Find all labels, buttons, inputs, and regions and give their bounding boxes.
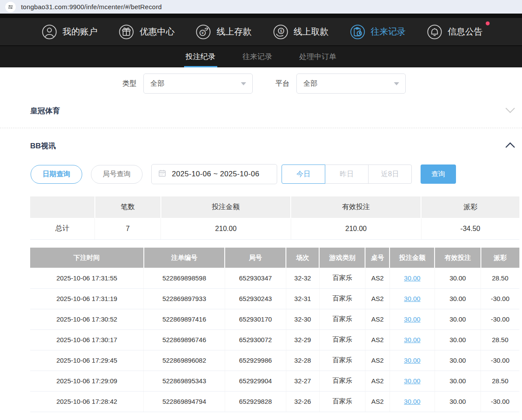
table-cell: 522869895343 bbox=[144, 371, 225, 391]
table-cell: 652930072 bbox=[225, 329, 286, 350]
tab-label: 投注纪录 bbox=[186, 52, 216, 62]
type-select-value: 全部 bbox=[150, 79, 164, 88]
table-row: 2025-10-06 17:31:55522869898598652930347… bbox=[30, 268, 519, 288]
date-range-input[interactable]: 2025-10-06 ~ 2025-10-06 bbox=[151, 164, 277, 184]
nav-item-withdraw[interactable]: $ 线上取款 bbox=[273, 24, 329, 40]
table-cell: 30.00 bbox=[435, 350, 480, 371]
table-cell: 32-30 bbox=[286, 309, 319, 329]
records-icon bbox=[350, 24, 365, 40]
summary-count-value: 7 bbox=[95, 218, 161, 239]
bet-amount-link[interactable]: 30.00 bbox=[404, 295, 421, 302]
filter-row: 类型 全部 平台 全部 bbox=[122, 74, 522, 94]
nav-item-announcements[interactable]: 信息公告 bbox=[427, 24, 483, 40]
column-header: 游戏类别 bbox=[319, 248, 365, 268]
bb-section-title: BB视讯 bbox=[30, 141, 56, 151]
table-cell: -30.00 bbox=[481, 309, 519, 329]
table-row: 2025-10-06 17:28:42522869894794652929828… bbox=[30, 391, 519, 412]
table-cell: 百家乐 bbox=[319, 371, 365, 391]
search-button[interactable]: 查询 bbox=[421, 164, 456, 184]
summary-valid-bet-value: 210.00 bbox=[291, 218, 421, 239]
today-button[interactable]: 今日 bbox=[282, 164, 325, 184]
summary-total-row: 总计 7 210.00 210.00 -34.50 bbox=[30, 218, 519, 239]
table-cell: 522869896082 bbox=[144, 350, 225, 371]
query-controls: 日期查询 局号查询 2025-10-06 ~ 2025-10-06 今日 昨日 … bbox=[31, 164, 522, 184]
header-top-strip bbox=[0, 14, 522, 18]
bet-amount-link[interactable]: 30.00 bbox=[404, 357, 421, 364]
yesterday-button[interactable]: 昨日 bbox=[325, 164, 369, 184]
table-row: 2025-10-06 17:29:45522869896082652929986… bbox=[30, 350, 519, 371]
bet-amount-link[interactable]: 30.00 bbox=[404, 377, 421, 385]
url-text[interactable]: tongbao31.com:9900/infe/mcenter/#/betRec… bbox=[21, 3, 162, 10]
summary-header-valid-bet: 有效投注 bbox=[291, 196, 421, 218]
table-cell: 522869897933 bbox=[144, 288, 225, 309]
chevron-down-icon bbox=[241, 82, 246, 85]
summary-total-label: 总计 bbox=[30, 218, 95, 239]
table-cell: AS2 bbox=[365, 329, 390, 350]
table-cell: AS2 bbox=[365, 350, 390, 371]
bet-amount-link[interactable]: 30.00 bbox=[404, 398, 421, 405]
table-cell: 522869897416 bbox=[144, 309, 225, 329]
svg-text:$: $ bbox=[280, 28, 282, 33]
column-header: 注单编号 bbox=[144, 248, 225, 268]
table-cell: 30.00 bbox=[435, 391, 480, 412]
tab-bet-record[interactable]: 投注纪录 bbox=[185, 46, 216, 67]
bet-records-table: 下注时间注单编号局号场次游戏类别桌号投注金额有效投注派彩 2025-10-06 … bbox=[30, 248, 519, 412]
deposit-icon: ¥ bbox=[195, 24, 211, 40]
chevron-down-icon[interactable] bbox=[505, 106, 516, 116]
date-query-button[interactable]: 日期查询 bbox=[31, 165, 82, 184]
type-select[interactable]: 全部 bbox=[143, 74, 253, 94]
tab-label: 往来记录 bbox=[243, 52, 272, 62]
nav-item-label: 我的账户 bbox=[63, 26, 97, 38]
svg-text:¥: ¥ bbox=[201, 30, 204, 35]
table-cell: 32-26 bbox=[286, 391, 319, 412]
bet-table-body: 2025-10-06 17:31:55522869898598652930347… bbox=[30, 268, 519, 412]
nav-item-my-account[interactable]: 我的账户 bbox=[42, 24, 97, 40]
crown-section-title: 皇冠体育 bbox=[30, 106, 60, 116]
summary-header-count: 笔数 bbox=[95, 196, 161, 218]
table-row: 2025-10-06 17:30:17522869896746652930072… bbox=[30, 329, 519, 350]
notice-icon bbox=[427, 24, 442, 40]
table-cell: 652929904 bbox=[225, 371, 286, 391]
summary-table: 笔数 投注金额 有效投注 派彩 总计 7 210.00 210.00 -34.5… bbox=[30, 196, 519, 240]
bet-amount-cell: 30.00 bbox=[390, 268, 435, 288]
last-8-days-button[interactable]: 近8日 bbox=[368, 164, 412, 184]
button-label: 日期查询 bbox=[42, 170, 70, 179]
nav-item-records[interactable]: 往来记录 bbox=[350, 24, 406, 40]
table-cell: 32-28 bbox=[286, 350, 319, 371]
table-cell: 2025-10-06 17:29:45 bbox=[30, 350, 144, 371]
section-bb-video-header: BB视讯 bbox=[30, 141, 516, 151]
table-cell: 32-29 bbox=[286, 329, 319, 350]
tab-transaction-record[interactable]: 往来记录 bbox=[242, 46, 273, 67]
calendar-icon bbox=[158, 169, 167, 179]
column-header: 下注时间 bbox=[30, 248, 144, 268]
table-cell: 652929986 bbox=[225, 350, 286, 371]
bet-amount-cell: 30.00 bbox=[390, 288, 435, 309]
site-settings-icon[interactable] bbox=[5, 2, 16, 12]
table-cell: 522869896746 bbox=[144, 329, 225, 350]
tab-pending-orders[interactable]: 处理中订单 bbox=[299, 46, 338, 67]
nav-item-promotions[interactable]: 优惠中心 bbox=[118, 24, 174, 40]
table-row: 2025-10-06 17:30:52522869897416652930170… bbox=[30, 309, 519, 329]
table-cell: 2025-10-06 17:31:19 bbox=[30, 288, 144, 309]
table-cell: 522869894794 bbox=[144, 391, 225, 412]
table-cell: 652930170 bbox=[225, 309, 286, 329]
bet-amount-link[interactable]: 30.00 bbox=[404, 274, 421, 282]
nav-item-deposit[interactable]: ¥ 线上存款 bbox=[195, 24, 251, 40]
bet-amount-link[interactable]: 30.00 bbox=[404, 336, 421, 343]
top-nav: 我的账户 优惠中心 ¥ 线上存款 bbox=[0, 18, 522, 46]
table-cell: 百家乐 bbox=[319, 350, 365, 371]
button-label: 局号查询 bbox=[103, 170, 131, 179]
table-cell: AS2 bbox=[365, 391, 390, 412]
nav-item-label: 优惠中心 bbox=[139, 26, 174, 38]
summary-header-payout: 派彩 bbox=[421, 196, 519, 218]
platform-select[interactable]: 全部 bbox=[296, 74, 406, 94]
table-cell: 百家乐 bbox=[319, 268, 365, 288]
bet-amount-link[interactable]: 30.00 bbox=[404, 315, 421, 323]
column-header: 派彩 bbox=[481, 248, 519, 268]
chevron-up-icon[interactable] bbox=[505, 141, 516, 151]
table-cell: 30.00 bbox=[435, 288, 480, 309]
table-cell: AS2 bbox=[365, 268, 390, 288]
bet-amount-cell: 30.00 bbox=[390, 329, 435, 350]
browser-url-bar: tongbao31.com:9900/infe/mcenter/#/betRec… bbox=[0, 0, 522, 14]
round-query-button[interactable]: 局号查询 bbox=[91, 165, 143, 184]
